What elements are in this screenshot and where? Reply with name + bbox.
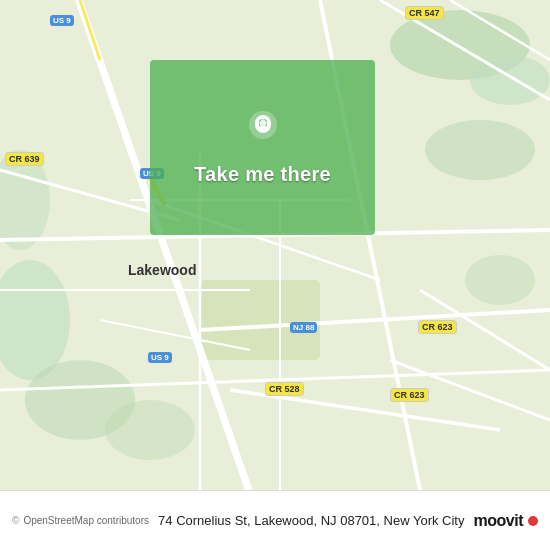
destination-overlay: Take me there: [150, 60, 375, 235]
road-label-us9-top: US 9: [50, 15, 74, 26]
svg-point-6: [105, 400, 195, 460]
copyright-area: © OpenStreetMap contributors: [12, 515, 149, 526]
road-label-cr639: CR 639: [5, 152, 44, 166]
town-label: Lakewood: [128, 262, 196, 278]
road-label-us9-bot: US 9: [148, 352, 172, 363]
road-label-cr528: CR 528: [265, 382, 304, 396]
moovit-brand-text: moovit: [474, 512, 523, 530]
address-area: 74 Cornelius St, Lakewood, NJ 08701, New…: [149, 513, 474, 528]
map-area: US 9 CR 547 CR 639 US 9 NJ 88 US 9 CR 52…: [0, 0, 550, 490]
svg-point-2: [470, 55, 550, 105]
take-me-there-button[interactable]: Take me there: [194, 163, 331, 186]
bottom-bar: © OpenStreetMap contributors 74 Corneliu…: [0, 490, 550, 550]
road-label-nj88: NJ 88: [290, 322, 317, 333]
address-text: 74 Cornelius St, Lakewood, NJ 08701, New…: [158, 513, 464, 528]
road-label-cr547: CR 547: [405, 6, 444, 20]
svg-point-3: [425, 120, 535, 180]
moovit-logo: moovit: [474, 512, 538, 530]
road-label-cr623-b: CR 623: [390, 388, 429, 402]
svg-rect-9: [200, 280, 320, 360]
copyright-icon: ©: [12, 515, 19, 526]
svg-point-8: [465, 255, 535, 305]
moovit-dot-icon: [528, 516, 538, 526]
copyright-text: OpenStreetMap contributors: [23, 515, 149, 526]
map-pin-icon: [241, 109, 285, 153]
road-label-cr623-r: CR 623: [418, 320, 457, 334]
app-container: US 9 CR 547 CR 639 US 9 NJ 88 US 9 CR 52…: [0, 0, 550, 550]
